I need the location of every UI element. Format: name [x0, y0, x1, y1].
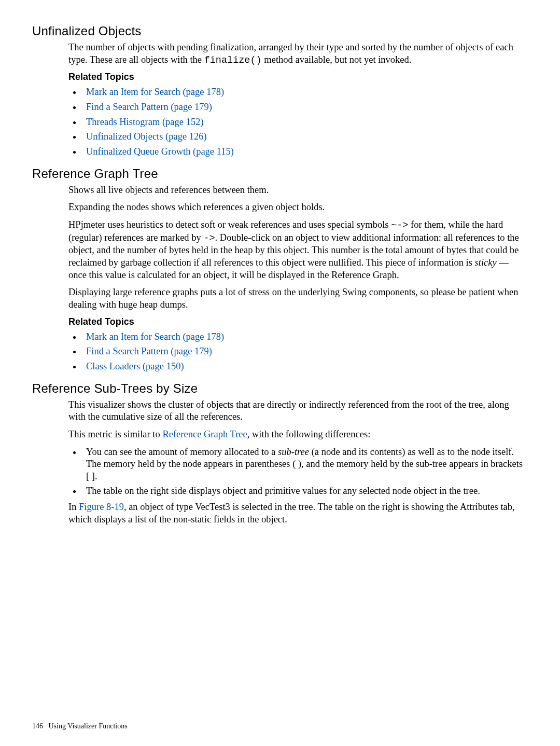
emphasis-subtree: sub-tree — [278, 447, 309, 457]
related-topics-list: Mark an Item for Search (page 178) Find … — [68, 329, 528, 374]
link-figure-8-19[interactable]: Figure 8-19 — [79, 502, 124, 512]
link-find-search-pattern[interactable]: Find a Search Pattern (page 179) — [86, 346, 212, 356]
list-item: Mark an Item for Search (page 178) — [82, 85, 528, 100]
heading-unfinalized-objects: Unfinalized Objects — [32, 24, 528, 38]
paragraph: This visualizer shows the cluster of obj… — [68, 399, 528, 423]
text: This metric is similar to — [68, 429, 162, 439]
paragraph: Expanding the nodes shows which referenc… — [68, 201, 528, 214]
list-item: Find a Search Pattern (page 179) — [82, 344, 528, 359]
list-item: Unfinalized Objects (page 126) — [82, 129, 528, 144]
symbol-hard-ref: -> — [203, 233, 215, 244]
paragraph: This metric is similar to Reference Grap… — [68, 429, 528, 441]
list-item: Threads Histogram (page 152) — [82, 115, 528, 130]
text: , with the following differences: — [247, 429, 371, 439]
link-find-search-pattern[interactable]: Find a Search Pattern (page 179) — [86, 102, 212, 112]
heading-related-topics: Related Topics — [68, 316, 528, 327]
heading-related-topics: Related Topics — [68, 72, 528, 82]
list-item: Mark an Item for Search (page 178) — [82, 329, 528, 344]
text: , an object of type VecTest3 is selected… — [68, 502, 515, 524]
text: HPjmeter uses heuristics to detect soft … — [68, 219, 391, 230]
link-reference-graph-tree[interactable]: Reference Graph Tree — [162, 429, 247, 439]
code-finalize: finalize() — [204, 55, 262, 66]
text: You can see the amount of memory allocat… — [86, 447, 278, 457]
paragraph: Shows all live objects and references be… — [68, 184, 528, 197]
differences-list: You can see the amount of memory allocat… — [68, 446, 528, 498]
paragraph: The number of objects with pending final… — [68, 42, 528, 66]
symbol-soft-ref: ~-> — [391, 220, 408, 231]
paragraph: In Figure 8-19, an object of type VecTes… — [68, 501, 528, 526]
chapter-title: Using Visualizer Functions — [49, 722, 128, 730]
paragraph: HPjmeter uses heuristics to detect soft … — [68, 219, 528, 281]
link-class-loaders[interactable]: Class Loaders (page 150) — [86, 361, 184, 371]
link-mark-item-for-search[interactable]: Mark an Item for Search (page 178) — [86, 331, 224, 342]
page-number: 146 — [32, 722, 43, 730]
heading-reference-graph-tree: Reference Graph Tree — [32, 167, 528, 181]
link-unfinalized-queue-growth[interactable]: Unfinalized Queue Growth (page 115) — [86, 146, 234, 157]
link-threads-histogram[interactable]: Threads Histogram (page 152) — [86, 117, 204, 127]
emphasis-sticky: sticky — [475, 257, 497, 268]
link-mark-item-for-search[interactable]: Mark an Item for Search (page 178) — [86, 87, 224, 97]
list-item: You can see the amount of memory allocat… — [82, 446, 528, 483]
link-unfinalized-objects[interactable]: Unfinalized Objects (page 126) — [86, 131, 207, 142]
heading-reference-sub-trees: Reference Sub-Trees by Size — [32, 381, 528, 396]
text: method available, but not yet invoked. — [262, 54, 412, 65]
list-item: The table on the right side displays obj… — [82, 485, 528, 498]
list-item: Unfinalized Queue Growth (page 115) — [82, 144, 528, 159]
list-item: Find a Search Pattern (page 179) — [82, 100, 528, 115]
list-item: Class Loaders (page 150) — [82, 359, 528, 374]
related-topics-list: Mark an Item for Search (page 178) Find … — [68, 85, 528, 159]
text: In — [68, 502, 79, 512]
paragraph: Displaying large reference graphs puts a… — [68, 286, 528, 311]
